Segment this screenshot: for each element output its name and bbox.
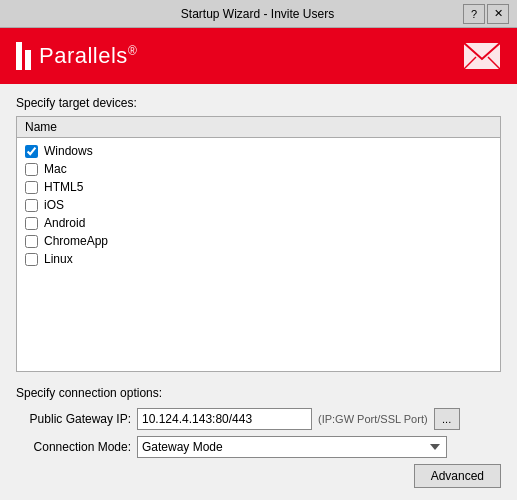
device-item: HTML5 (17, 178, 500, 196)
parallels-logo: Parallels® (16, 42, 137, 70)
gateway-browse-btn[interactable]: ... (434, 408, 460, 430)
envelope-icon (463, 40, 501, 72)
logo-bars-icon (16, 42, 31, 70)
device-checkbox-android[interactable] (25, 217, 38, 230)
title-bar: Startup Wizard - Invite Users ? ✕ (0, 0, 517, 28)
device-checkbox-html5[interactable] (25, 181, 38, 194)
gateway-row: Public Gateway IP: (IP:GW Port/SSL Port)… (16, 408, 501, 430)
title-bar-text: Startup Wizard - Invite Users (52, 7, 463, 21)
connection-section-label: Specify connection options: (16, 386, 501, 400)
device-item: Linux (17, 250, 500, 268)
device-item: Android (17, 214, 500, 232)
connection-mode-label: Connection Mode: (16, 440, 131, 454)
logo-name: Parallels (39, 43, 128, 68)
gateway-label: Public Gateway IP: (16, 412, 131, 426)
device-label-windows: Windows (44, 144, 93, 158)
connection-mode-select[interactable]: Gateway ModeDirect Mode (137, 436, 447, 458)
help-title-btn[interactable]: ? (463, 4, 485, 24)
device-item: iOS (17, 196, 500, 214)
advanced-row: Advanced (16, 464, 501, 488)
device-item: Mac (17, 160, 500, 178)
device-checkbox-windows[interactable] (25, 145, 38, 158)
device-list-container: Name WindowsMacHTML5iOSAndroidChromeAppL… (16, 116, 501, 372)
title-bar-controls: ? ✕ (463, 4, 509, 24)
connection-mode-row: Connection Mode: Gateway ModeDirect Mode (16, 436, 501, 458)
device-checkbox-ios[interactable] (25, 199, 38, 212)
device-item: ChromeApp (17, 232, 500, 250)
device-label-chromeapp: ChromeApp (44, 234, 108, 248)
logo-bar-2 (25, 50, 31, 70)
device-checkbox-chromeapp[interactable] (25, 235, 38, 248)
device-label-ios: iOS (44, 198, 64, 212)
close-title-btn[interactable]: ✕ (487, 4, 509, 24)
device-checkbox-linux[interactable] (25, 253, 38, 266)
device-label-mac: Mac (44, 162, 67, 176)
advanced-btn[interactable]: Advanced (414, 464, 501, 488)
device-label-android: Android (44, 216, 85, 230)
gateway-input[interactable] (137, 408, 312, 430)
devices-section-label: Specify target devices: (16, 96, 501, 110)
device-item: Windows (17, 142, 500, 160)
device-checkbox-mac[interactable] (25, 163, 38, 176)
connection-section: Specify connection options: Public Gatew… (16, 386, 501, 488)
device-list-header: Name (17, 117, 500, 138)
device-label-linux: Linux (44, 252, 73, 266)
logo-text: Parallels® (39, 43, 137, 69)
device-label-html5: HTML5 (44, 180, 83, 194)
logo-bar-1 (16, 42, 22, 70)
gateway-hint: (IP:GW Port/SSL Port) (318, 413, 428, 425)
device-list: WindowsMacHTML5iOSAndroidChromeAppLinux (17, 138, 500, 272)
logo-reg: ® (128, 44, 137, 58)
header-bar: Parallels® (0, 28, 517, 84)
main-content: Specify target devices: Name WindowsMacH… (0, 84, 517, 500)
